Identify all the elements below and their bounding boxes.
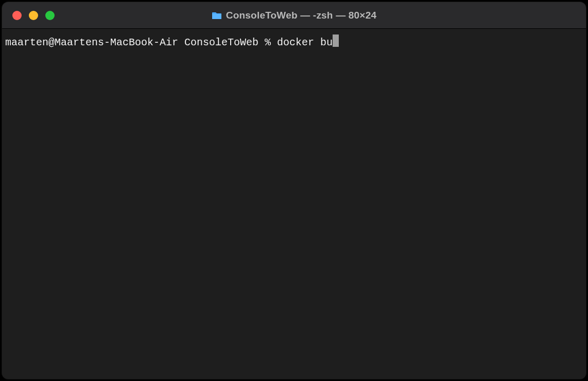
titlebar[interactable]: ConsoleToWeb — -zsh — 80×24: [2, 2, 586, 29]
close-button[interactable]: [12, 11, 22, 20]
shell-prompt: maarten@Maartens-MacBook-Air ConsoleToWe…: [5, 36, 277, 49]
terminal-body[interactable]: maarten@Maartens-MacBook-Air ConsoleToWe…: [2, 29, 586, 379]
window-title: ConsoleToWeb — -zsh — 80×24: [226, 10, 376, 21]
command-input[interactable]: docker bu: [277, 36, 333, 49]
title-center: ConsoleToWeb — -zsh — 80×24: [2, 10, 586, 21]
terminal-window: ConsoleToWeb — -zsh — 80×24 maarten@Maar…: [2, 2, 586, 379]
terminal-line: maarten@Maartens-MacBook-Air ConsoleToWe…: [5, 33, 583, 49]
minimize-button[interactable]: [29, 11, 38, 20]
folder-icon: [212, 11, 222, 20]
maximize-button[interactable]: [45, 11, 55, 20]
traffic-lights: [2, 11, 55, 20]
cursor: [333, 34, 339, 47]
